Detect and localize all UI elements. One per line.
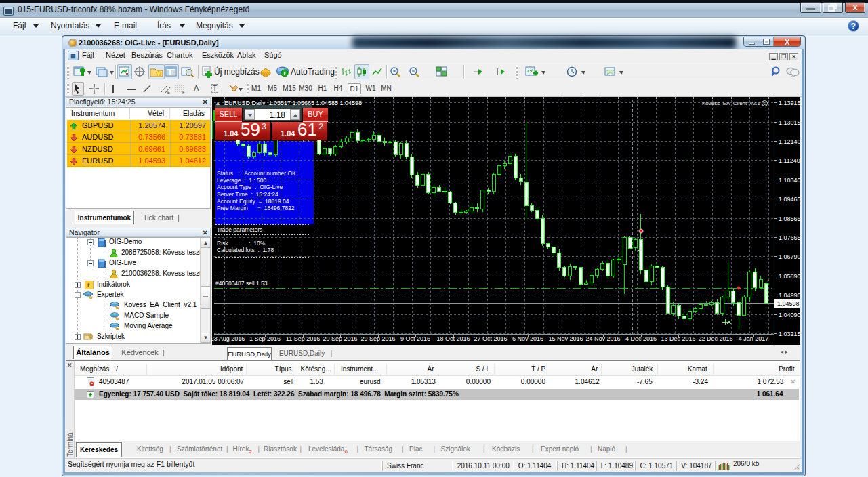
svg-text:1.07665: 1.07665 <box>779 234 800 241</box>
svg-text:13 Dec 2016: 13 Dec 2016 <box>661 335 695 342</box>
svg-text:1.04990: 1.04990 <box>779 292 800 299</box>
svg-text:E: E <box>167 90 170 94</box>
svg-text:1.13915: 1.13915 <box>779 100 800 106</box>
svg-text:6 Nov 2016: 6 Nov 2016 <box>512 335 543 342</box>
svg-text:9 Oct 2016: 9 Oct 2016 <box>400 335 430 342</box>
svg-text:1.11240: 1.11240 <box>779 157 800 164</box>
svg-text:27 Oct 2016: 27 Oct 2016 <box>474 335 507 342</box>
svg-text:23 Aug 2016: 23 Aug 2016 <box>212 335 245 342</box>
svg-text:15 Nov 2016: 15 Nov 2016 <box>548 335 583 342</box>
svg-text:1.04598: 1.04598 <box>777 300 800 307</box>
svg-text:F: F <box>182 90 185 94</box>
svg-text:18 Oct 2016: 18 Oct 2016 <box>436 335 470 342</box>
svg-text:29 Sep 2016: 29 Sep 2016 <box>360 335 395 342</box>
svg-text:11 Sep 2016: 11 Sep 2016 <box>286 335 320 342</box>
svg-text:20 Sep 2016: 20 Sep 2016 <box>323 335 357 342</box>
svg-text:4 Dec 2016: 4 Dec 2016 <box>625 335 657 342</box>
svg-text:1.06790: 1.06790 <box>779 253 800 260</box>
svg-text:1.12140: 1.12140 <box>779 138 800 145</box>
svg-text:1 Sep 2016: 1 Sep 2016 <box>249 335 281 342</box>
svg-text:1.13015: 1.13015 <box>779 119 800 126</box>
svg-text:22 Dec 2016: 22 Dec 2016 <box>698 335 732 342</box>
svg-text:4 Jan 2017: 4 Jan 2017 <box>739 335 769 342</box>
svg-text:1.05890: 1.05890 <box>779 273 800 280</box>
svg-text:1.04090: 1.04090 <box>779 312 800 318</box>
svg-text:1.09465: 1.09465 <box>779 196 800 203</box>
svg-text:1.10340: 1.10340 <box>779 177 800 184</box>
svg-text:24 Nov 2016: 24 Nov 2016 <box>585 335 620 342</box>
svg-text:1.03215: 1.03215 <box>779 331 800 337</box>
svg-text:1.08565: 1.08565 <box>779 215 800 222</box>
